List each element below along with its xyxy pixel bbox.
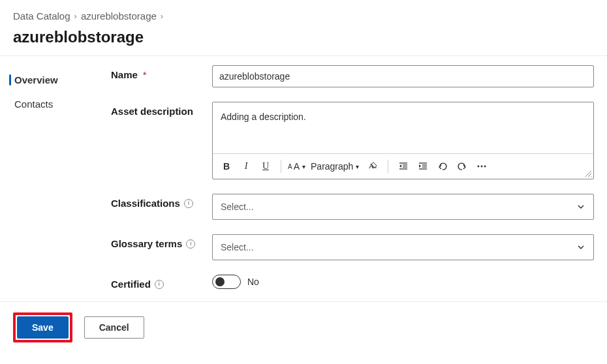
- form-sidebar: Overview Contacts: [0, 65, 98, 116]
- paragraph-style-label: Paragraph: [311, 161, 353, 172]
- certified-toggle[interactable]: [212, 275, 241, 289]
- breadcrumb-link-root[interactable]: Data Catalog: [13, 10, 70, 22]
- font-size-icon: A: [288, 163, 292, 170]
- name-label: Name*: [111, 65, 212, 80]
- info-icon[interactable]: i: [184, 199, 193, 208]
- sidebar-item-overview[interactable]: Overview: [0, 68, 98, 92]
- svg-point-11: [481, 166, 483, 168]
- indent-icon: [418, 161, 428, 172]
- label-text: Asset description: [111, 106, 193, 117]
- certified-value-text: No: [247, 277, 259, 287]
- info-icon[interactable]: i: [186, 239, 195, 249]
- italic-button[interactable]: I: [238, 158, 255, 175]
- label-text: Classifications: [111, 198, 180, 209]
- label-text: Name: [111, 69, 138, 80]
- select-placeholder: Select...: [221, 202, 254, 212]
- sidebar-item-label: Contacts: [14, 99, 53, 110]
- font-size-button[interactable]: AA ▾: [288, 158, 305, 175]
- description-editor: Adding a description. B I U AA ▾ Para: [212, 102, 594, 179]
- classifications-select[interactable]: Select...: [212, 194, 594, 220]
- paragraph-style-button[interactable]: Paragraph ▾: [308, 158, 362, 175]
- svg-point-10: [478, 166, 480, 168]
- chevron-down-icon: [576, 202, 585, 211]
- cancel-button[interactable]: Cancel: [84, 316, 144, 339]
- bold-button[interactable]: B: [218, 158, 235, 175]
- divider: [388, 160, 388, 173]
- description-label: Asset description: [111, 102, 212, 117]
- clear-format-button[interactable]: A: [364, 158, 381, 175]
- page-title: azureblobstorage: [0, 24, 607, 55]
- undo-button[interactable]: [434, 158, 451, 175]
- save-button[interactable]: Save: [17, 316, 69, 339]
- tutorial-highlight: Save: [13, 312, 72, 342]
- chevron-down-icon: ▾: [356, 163, 359, 170]
- toggle-knob: [215, 277, 225, 286]
- info-icon[interactable]: i: [155, 280, 164, 289]
- svg-point-12: [484, 166, 486, 168]
- label-text: Glossary terms: [111, 238, 182, 249]
- sidebar-item-label: Overview: [14, 74, 58, 85]
- more-icon: [476, 161, 487, 172]
- name-input[interactable]: [212, 65, 594, 87]
- classifications-label: Classifications i: [111, 194, 212, 209]
- breadcrumb-link-asset[interactable]: azureblobstorage: [81, 10, 157, 22]
- glossary-label: Glossary terms i: [111, 234, 212, 249]
- redo-button[interactable]: [454, 158, 471, 175]
- chevron-down-icon: [576, 243, 585, 252]
- sidebar-item-contacts[interactable]: Contacts: [0, 92, 98, 116]
- breadcrumb: Data Catalog › azureblobstorage ›: [0, 0, 607, 24]
- rte-toolbar: B I U AA ▾ Paragraph ▾: [213, 153, 593, 179]
- clear-format-icon: A: [367, 160, 379, 172]
- divider: [281, 160, 281, 173]
- select-placeholder: Select...: [221, 242, 254, 252]
- required-indicator: *: [143, 69, 147, 80]
- outdent-icon: [398, 161, 409, 172]
- glossary-select[interactable]: Select...: [212, 234, 594, 260]
- indent-button[interactable]: [414, 158, 431, 175]
- label-text: Certified: [111, 279, 151, 290]
- outdent-button[interactable]: [395, 158, 412, 175]
- chevron-right-icon: ›: [161, 11, 163, 21]
- underline-button[interactable]: U: [257, 158, 274, 175]
- font-size-icon: A: [294, 161, 300, 172]
- more-button[interactable]: [473, 158, 490, 175]
- chevron-right-icon: ›: [74, 11, 77, 21]
- certified-label: Certified i: [111, 275, 212, 290]
- undo-icon: [437, 161, 448, 172]
- redo-icon: [457, 161, 467, 172]
- chevron-down-icon: ▾: [302, 163, 305, 170]
- description-textarea[interactable]: Adding a description.: [213, 102, 593, 153]
